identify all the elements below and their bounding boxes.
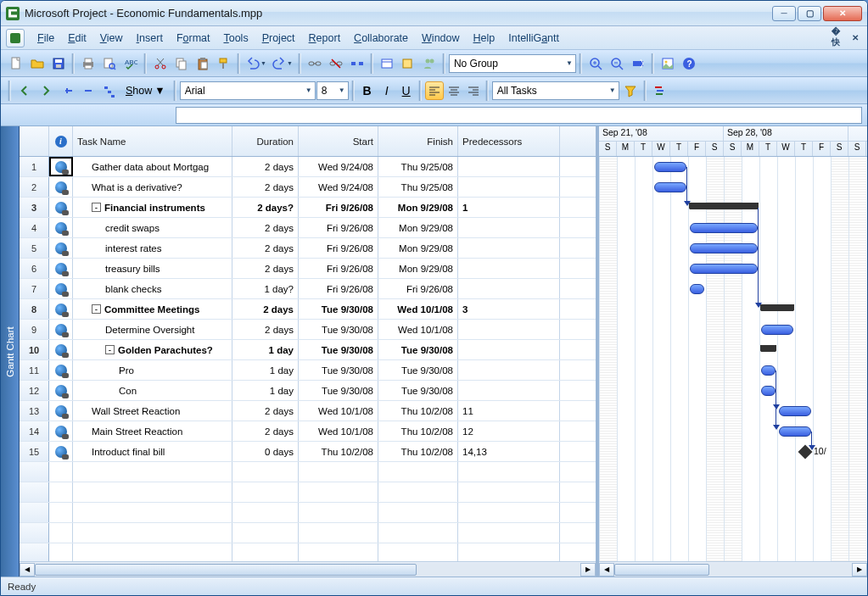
indent-button[interactable] — [78, 81, 98, 101]
assign-resources-button[interactable] — [419, 53, 440, 74]
cut-button[interactable] — [150, 53, 171, 74]
gantt-bar[interactable] — [779, 426, 811, 437]
task-name-cell[interactable]: Wall Street Reaction — [73, 401, 232, 421]
underline-button[interactable]: U — [397, 81, 416, 100]
start-cell[interactable]: Fri 9/26/08 — [299, 259, 378, 278]
gantt-bar[interactable] — [690, 223, 758, 233]
table-row[interactable]: 11Pro1 dayTue 9/30/08Tue 9/30/08 — [20, 360, 596, 381]
print-preview-button[interactable] — [99, 53, 120, 74]
indicator-cell[interactable] — [49, 259, 73, 278]
scroll-track[interactable] — [35, 563, 580, 577]
start-cell[interactable]: Fri 9/26/08 — [299, 279, 378, 298]
indicator-cell[interactable] — [49, 381, 73, 400]
gantt-body[interactable]: 10/ — [599, 157, 867, 561]
table-row[interactable]: 4credit swaps2 daysFri 9/26/08Mon 9/29/0… — [20, 218, 596, 238]
predecessors-cell[interactable]: 14,13 — [458, 442, 560, 461]
copy-button[interactable] — [171, 53, 192, 74]
align-right-button[interactable] — [464, 81, 483, 100]
col-start[interactable]: Start — [299, 126, 378, 156]
row-number[interactable]: 5 — [20, 238, 49, 258]
task-name-cell[interactable]: Con — [73, 381, 232, 400]
task-name-cell[interactable]: interest rates — [73, 238, 232, 258]
nav-forward-button[interactable] — [36, 81, 56, 101]
start-cell[interactable]: Wed 9/24/08 — [299, 157, 378, 176]
bold-button[interactable]: B — [358, 81, 377, 100]
row-number[interactable]: 4 — [20, 218, 49, 237]
duration-cell[interactable]: 0 days — [232, 442, 299, 461]
start-cell[interactable]: Wed 9/24/08 — [299, 177, 378, 197]
row-number[interactable]: 11 — [20, 360, 49, 380]
task-name-cell[interactable]: Pro — [73, 360, 232, 380]
start-cell[interactable]: Tue 9/30/08 — [299, 299, 378, 319]
scroll-left-button[interactable]: ◀ — [20, 563, 35, 577]
split-task-button[interactable] — [347, 53, 367, 74]
indicator-cell[interactable] — [49, 157, 73, 176]
duration-cell[interactable]: 2 days — [232, 320, 299, 339]
duration-cell[interactable]: 2 days — [232, 157, 299, 176]
task-name-cell[interactable]: treasury bills — [73, 259, 232, 278]
italic-button[interactable]: I — [378, 81, 396, 100]
minimize-button[interactable]: ─ — [772, 6, 796, 21]
titlebar[interactable]: Microsoft Project - Economic Fundamental… — [1, 1, 867, 26]
start-cell[interactable]: Fri 9/26/08 — [299, 238, 378, 258]
predecessors-cell[interactable] — [458, 279, 560, 298]
show-menu[interactable]: Show▼ — [120, 81, 171, 101]
finish-cell[interactable]: Thu 10/2/08 — [378, 401, 458, 421]
task-name-cell[interactable]: -Committee Meetings — [73, 299, 232, 319]
task-notes-button[interactable] — [398, 53, 418, 74]
save-button[interactable] — [48, 53, 69, 74]
finish-cell[interactable]: Mon 9/29/08 — [378, 218, 458, 237]
start-cell[interactable]: Fri 9/26/08 — [299, 218, 378, 237]
predecessors-cell[interactable] — [458, 157, 560, 176]
row-number[interactable]: 13 — [20, 401, 49, 421]
indicator-cell[interactable] — [49, 218, 73, 237]
scroll-left-button[interactable]: ◀ — [599, 563, 614, 577]
task-name-cell[interactable]: -Financial instruments — [73, 198, 232, 217]
finish-cell[interactable]: Mon 9/29/08 — [378, 198, 458, 217]
duration-cell[interactable]: 1 day — [232, 381, 299, 400]
table-row[interactable]: 7blank checks1 day?Fri 9/26/08Fri 9/26/0… — [20, 279, 596, 299]
row-number[interactable]: 10 — [20, 340, 49, 359]
gantt-summary[interactable] — [761, 345, 776, 352]
predecessors-cell[interactable] — [458, 381, 560, 400]
gantt-bar[interactable] — [761, 325, 793, 335]
menu-edit[interactable]: Edit — [62, 30, 92, 47]
close-button[interactable]: ✕ — [823, 6, 862, 21]
print-button[interactable] — [78, 53, 98, 74]
view-bar[interactable]: Gantt Chart — [1, 126, 20, 577]
gantt-bar[interactable] — [654, 162, 686, 172]
gantt-bar[interactable] — [690, 284, 704, 294]
task-name-cell[interactable]: What is a derivative? — [73, 177, 232, 197]
task-name-cell[interactable]: Gather data about Mortgag — [73, 157, 232, 176]
duration-cell[interactable]: 1 day — [232, 360, 299, 380]
start-cell[interactable]: Fri 9/26/08 — [299, 198, 378, 217]
autofilter-button[interactable] — [620, 81, 641, 101]
col-predecessors[interactable]: Predecessors — [458, 126, 560, 156]
col-rownum[interactable] — [20, 126, 49, 156]
outdent-button[interactable] — [57, 81, 77, 101]
start-cell[interactable]: Wed 10/1/08 — [299, 401, 378, 421]
duration-cell[interactable]: 2 days — [232, 401, 299, 421]
project-menu-icon[interactable] — [6, 29, 25, 47]
scroll-right-button[interactable]: ▶ — [580, 563, 596, 577]
font-combo[interactable]: Arial▼ — [180, 81, 316, 100]
table-row[interactable]: 6treasury bills2 daysFri 9/26/08Mon 9/29… — [20, 259, 596, 279]
finish-cell[interactable]: Thu 10/2/08 — [378, 421, 458, 441]
table-row[interactable]: 3-Financial instruments2 days?Fri 9/26/0… — [20, 198, 596, 218]
finish-cell[interactable]: Mon 9/29/08 — [378, 238, 458, 258]
finish-cell[interactable]: Thu 10/2/08 — [378, 442, 458, 461]
table-row[interactable] — [20, 462, 596, 482]
task-name-cell[interactable]: credit swaps — [73, 218, 232, 237]
indicator-cell[interactable] — [49, 177, 73, 197]
scroll-thumb[interactable] — [35, 564, 417, 576]
menu-collaborate[interactable]: Collaborate — [348, 30, 414, 47]
table-row[interactable]: 14Main Street Reaction2 daysWed 10/1/08T… — [20, 421, 596, 442]
start-cell[interactable]: Tue 9/30/08 — [299, 360, 378, 380]
gantt-hscroll[interactable]: ◀ ▶ — [599, 561, 867, 577]
table-row[interactable] — [20, 543, 596, 561]
scroll-thumb[interactable] — [614, 564, 709, 576]
gantt-bar[interactable] — [779, 406, 811, 416]
outline-toggle[interactable]: - — [105, 345, 115, 354]
formula-input[interactable] — [176, 107, 862, 124]
finish-cell[interactable]: Tue 9/30/08 — [378, 340, 458, 359]
